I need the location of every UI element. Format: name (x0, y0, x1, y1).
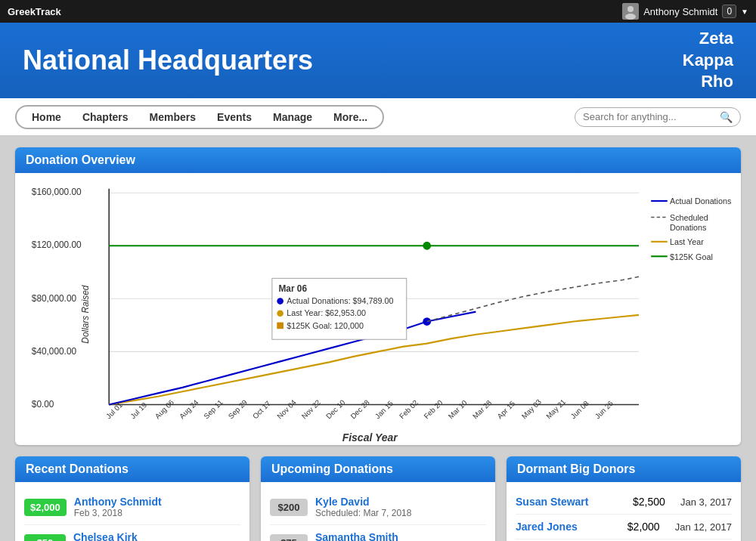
svg-point-1 (627, 6, 634, 12)
donation-amount-badge: $2,000 (24, 499, 67, 516)
svg-text:$120,000.00: $120,000.00 (32, 240, 82, 250)
nav-more[interactable]: More... (323, 107, 378, 128)
dormant-date: Jan 3, 2017 (680, 496, 732, 508)
svg-text:Jun 08: Jun 08 (569, 399, 590, 420)
site-header: National Headquarters ZetaKappaRho (0, 23, 756, 98)
svg-text:Jul 01: Jul 01 (104, 400, 124, 420)
upcoming-donations-panel: Upcoming Donations $200 Kyle David Sched… (261, 456, 495, 541)
svg-text:Sep 29: Sep 29 (227, 398, 249, 420)
svg-text:Jun 26: Jun 26 (593, 399, 615, 420)
recent-donations-header: Recent Donations (15, 456, 249, 482)
user-section: Anthony Schmidt 0 ▼ (622, 3, 748, 20)
svg-text:May 03: May 03 (520, 397, 543, 420)
svg-text:$160,000.00: $160,000.00 (32, 187, 82, 197)
svg-text:Mar 28: Mar 28 (471, 398, 493, 420)
dormant-donors-content: Susan Stewart $2,500 Jan 3, 2017 Jared J… (507, 482, 741, 541)
svg-text:Dec 28: Dec 28 (349, 398, 370, 420)
donation-amount-badge: $50 (24, 534, 66, 542)
search-input[interactable] (583, 111, 720, 122)
donor-name[interactable]: Anthony Schmidt (74, 496, 240, 508)
recent-donations-content: $2,000 Anthony Schmidt Feb 3, 2018 $50 C… (15, 482, 249, 541)
bottom-row: Recent Donations $2,000 Anthony Schmidt … (15, 456, 741, 541)
svg-text:Feb 20: Feb 20 (422, 398, 445, 421)
svg-text:Last Year: Last Year (670, 237, 704, 246)
search-icon: 🔍 (720, 111, 733, 123)
list-item: $75 Samantha Smith Scheduled: Mar 9, 201… (270, 525, 486, 541)
svg-text:Jan 15: Jan 15 (373, 399, 395, 420)
nav-links-container: Home Chapters Members Events Manage More… (15, 105, 384, 129)
dormant-date: Jan 12, 2017 (675, 521, 732, 533)
chevron-down-icon[interactable]: ▼ (741, 8, 748, 16)
svg-point-52 (277, 298, 284, 305)
list-item: $50 Chelsea Kirk Feb 3, 2018 (24, 525, 240, 541)
svg-text:$40,000.00: $40,000.00 (32, 346, 77, 357)
dormant-amount: $2,500 (633, 496, 674, 508)
svg-text:Aug 24: Aug 24 (178, 397, 200, 420)
upcoming-amount-badge: $75 (270, 534, 308, 542)
svg-text:Actual Donations: Actual Donations (670, 196, 731, 206)
svg-text:Apr 15: Apr 15 (495, 399, 516, 420)
svg-text:Feb 02: Feb 02 (398, 398, 420, 420)
recent-donations-panel: Recent Donations $2,000 Anthony Schmidt … (15, 456, 249, 541)
dormant-donors-panel: Dormant Big Donors Susan Stewart $2,500 … (507, 456, 741, 541)
svg-text:Dollars Raised: Dollars Raised (80, 285, 91, 343)
svg-text:Aug 06: Aug 06 (153, 398, 175, 420)
svg-text:Dec 10: Dec 10 (324, 397, 347, 420)
donor-name[interactable]: Chelsea Kirk (73, 531, 240, 541)
svg-text:Jul 19: Jul 19 (129, 400, 148, 420)
nav-members[interactable]: Members (139, 107, 206, 128)
upcoming-donations-header: Upcoming Donations (261, 456, 495, 482)
svg-text:Scheduled: Scheduled (670, 213, 708, 222)
avatar (622, 3, 639, 20)
list-item: Susan Stewart $2,500 Jan 3, 2017 (516, 490, 732, 515)
svg-text:$0.00: $0.00 (32, 399, 54, 410)
svg-text:Oct 17: Oct 17 (251, 399, 272, 420)
svg-text:Fiscal Year: Fiscal Year (342, 431, 399, 441)
main-content: Donation Overview $160,000.00 $120,000.0… (0, 136, 756, 541)
svg-text:$125K Goal: 120,000: $125K Goal: 120,000 (287, 321, 364, 330)
donor-date: Feb 3, 2018 (74, 508, 240, 518)
nav-events[interactable]: Events (206, 107, 262, 128)
svg-point-17 (423, 242, 431, 250)
svg-text:$125K Goal: $125K Goal (670, 252, 713, 261)
svg-text:Last Year: $62,953.00: Last Year: $62,953.00 (287, 308, 366, 317)
search-box: 🔍 (575, 107, 741, 127)
svg-point-54 (277, 310, 284, 317)
top-bar: GreekTrack Anthony Schmidt 0 ▼ (0, 0, 756, 23)
donor-info: Chelsea Kirk Feb 3, 2018 (73, 531, 240, 541)
svg-text:Mar 06: Mar 06 (278, 283, 307, 294)
svg-point-2 (625, 14, 636, 20)
list-item: Jared Jones $2,000 Jan 12, 2017 (516, 515, 732, 539)
donor-info: Kyle David Scheduled: Mar 7, 2018 (315, 496, 486, 518)
chart-panel-header: Donation Overview (15, 147, 741, 173)
app-name: GreekTrack (8, 6, 61, 17)
svg-text:Mar 10: Mar 10 (447, 398, 469, 421)
dormant-donors-header: Dormant Big Donors (507, 456, 741, 482)
svg-text:Sep 11: Sep 11 (202, 398, 224, 420)
svg-text:$80,000.00: $80,000.00 (32, 293, 77, 304)
dormant-donor-name[interactable]: Jared Jones (516, 521, 621, 533)
list-item: $2,000 Anthony Schmidt Feb 3, 2018 (24, 490, 240, 525)
org-name: ZetaKappaRho (683, 28, 733, 93)
dormant-amount: $2,000 (627, 521, 669, 533)
upcoming-amount-badge: $200 (270, 499, 308, 516)
svg-text:Nov 04: Nov 04 (275, 397, 298, 420)
user-name: Anthony Schmidt (643, 6, 717, 17)
donor-date: Scheduled: Mar 7, 2018 (315, 508, 486, 518)
donor-info: Anthony Schmidt Feb 3, 2018 (74, 496, 240, 518)
donor-name[interactable]: Kyle David (315, 496, 486, 508)
svg-text:Donations: Donations (670, 223, 706, 232)
svg-rect-56 (277, 323, 284, 329)
donor-name[interactable]: Samantha Smith (315, 531, 486, 541)
site-title: National Headquarters (23, 45, 313, 76)
dormant-donor-name[interactable]: Susan Stewart (516, 496, 627, 508)
chart-svg: $160,000.00 $120,000.00 $80,000.00 $40,0… (23, 181, 733, 441)
nav-chapters[interactable]: Chapters (72, 107, 139, 128)
nav-bar: Home Chapters Members Events Manage More… (0, 98, 756, 136)
upcoming-donations-content: $200 Kyle David Scheduled: Mar 7, 2018 $… (261, 482, 495, 541)
svg-text:Nov 22: Nov 22 (300, 398, 322, 420)
nav-manage[interactable]: Manage (262, 107, 323, 128)
list-item: $200 Kyle David Scheduled: Mar 7, 2018 (270, 490, 486, 525)
notification-count[interactable]: 0 (722, 5, 736, 18)
nav-home[interactable]: Home (21, 107, 72, 128)
